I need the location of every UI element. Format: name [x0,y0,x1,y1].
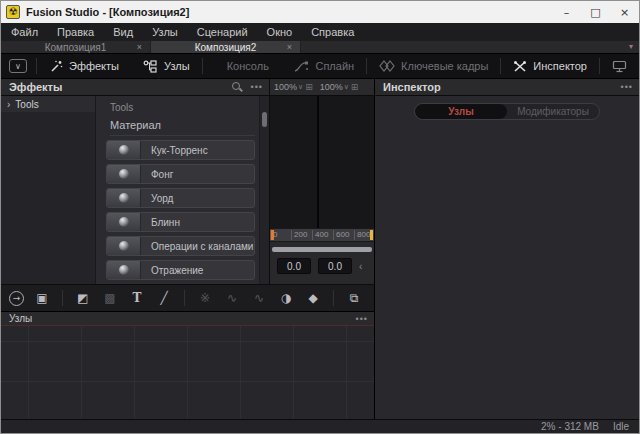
render-range-end-marker[interactable] [370,230,373,240]
effect-item-label: Операции с каналами [141,241,253,252]
minimize-button[interactable]: – [552,1,581,23]
composition-tab[interactable]: Композиция1 × [1,41,151,53]
effect-item-label: Отражение [141,265,203,276]
scrollbar-thumb[interactable] [262,112,267,127]
console-button-label: Консоль [227,60,269,72]
ruler-tick-label: 400 [312,230,333,240]
saver-icon[interactable]: ▣ [33,289,51,307]
spline-button-label: Сплайн [315,60,354,72]
timeline-scrollbar[interactable] [272,247,372,252]
effects-list: Tools Материал Кук-Торренс [96,96,259,284]
tab-overflow-icon[interactable]: ▾ [629,42,633,51]
effect-list-item[interactable]: Уорд [106,188,255,208]
magic-wand-icon [49,59,63,73]
effect-list-item[interactable]: Фонг [106,164,255,184]
effect-list-item[interactable]: Операции с каналами [106,236,255,256]
brightness-contrast-icon[interactable]: ◑ [277,289,295,307]
monitor-icon [612,60,627,73]
viewer1-zoom-value: 100% [274,82,297,92]
blur-icon[interactable]: ◆ [304,289,322,307]
viewer1-frame-icon[interactable]: ⊞ [305,82,313,92]
effects-panel-menu-icon[interactable]: ••• [251,82,263,92]
color-curves-icon[interactable]: ∿ [223,289,241,307]
memory-usage-label: 2% - 312 MB [541,421,599,432]
separator[interactable] [184,290,185,306]
menu-item[interactable]: Файл [11,26,38,38]
title-bar: ☢ Fusion Studio - [Композиция2] – □ × [1,1,639,23]
effects-button[interactable]: Эффекты [37,54,131,78]
inspector-panel-menu-icon[interactable]: ••• [621,82,633,92]
particles-icon[interactable]: ※ [196,289,214,307]
range-start-field[interactable]: 0.0 [277,258,311,274]
hue-curves-icon[interactable]: ∿ [250,289,268,307]
tree-item-tools[interactable]: › Tools [1,96,95,112]
menu-item[interactable]: Правка [57,26,94,38]
effects-panel-title: Эффекты [9,81,62,93]
keyframes-icon [379,60,395,72]
effects-scrollbar[interactable] [259,96,269,284]
console-button[interactable]: Консоль [203,54,281,78]
effects-button-label: Эффекты [69,60,119,72]
paint-icon[interactable]: ╱ [155,289,173,307]
composition-tab-label: Композиция2 [195,42,257,53]
tab-close-icon[interactable]: × [137,42,142,52]
menu-item[interactable]: Сценарий [197,26,248,38]
render-range-start-marker[interactable] [271,230,274,240]
keyframes-button-label: Ключевые кадры [401,60,488,72]
inspector-button[interactable]: Инспектор [501,54,599,78]
viewer-pane-left[interactable] [270,96,317,228]
node-graph-canvas[interactable] [1,326,374,419]
menu-item[interactable]: Окно [267,26,293,38]
tab-close-icon[interactable]: × [287,42,292,52]
spline-button[interactable]: Сплайн [282,54,366,78]
effect-list-item[interactable]: Отражение [106,260,255,280]
collapse-left-icon[interactable]: ‹ [359,261,362,272]
effect-item-label: Кук-Торренс [141,145,208,156]
ruler-tick-label: 600 [333,230,354,240]
inspector-tab[interactable]: Узлы [415,104,507,119]
effect-item-label: Уорд [141,193,173,204]
range-end-field[interactable]: 0.0 [318,258,352,274]
fetch-media-icon[interactable]: → [9,291,24,306]
fusion-studio-window: ☢ Fusion Studio - [Композиция2] – □ × Фа… [0,0,640,434]
maximize-button[interactable]: □ [581,1,610,23]
merge-icon[interactable]: ⧉ [345,289,363,307]
search-icon[interactable] [231,81,243,93]
ui-layout-toggle-button[interactable]: ∨ [9,59,27,73]
viewer-pane-right[interactable] [319,96,374,228]
effect-item-label: Блинн [141,217,180,228]
ruler-tick-label: 200 [291,230,312,240]
viewer2-frame-icon[interactable]: ⊞ [351,82,359,92]
fast-noise-icon[interactable]: ▩ [101,289,119,307]
effect-list-item[interactable]: Кук-Торренс [106,140,255,160]
inspector-tabs: Узлы Модификаторы [414,103,600,120]
fusion-logo-icon: ☢ [6,5,20,19]
nodes-panel-menu-icon[interactable]: ••• [356,314,368,324]
effects-panel: Эффекты ••• › Tools Tools [1,79,269,284]
viewer-area: 100% ∨ ⊞ 100% ∨ ⊞ [269,79,374,284]
close-button[interactable]: × [610,1,639,23]
material-sphere-icon [107,189,141,207]
nodes-icon [143,60,158,73]
tree-item-label: Tools [15,99,38,110]
composition-tab[interactable]: Композиция2 × [151,41,301,53]
viewer1-zoom-dropdown[interactable]: 100% ∨ [270,82,305,92]
display-view-button[interactable] [600,54,639,78]
inspector-icon [513,60,527,73]
separator[interactable] [333,290,334,306]
effects-tree: › Tools [1,96,96,284]
menu-item[interactable]: Справка [311,26,354,38]
keyframes-button[interactable]: Ключевые кадры [367,54,500,78]
menu-item[interactable]: Узлы [152,26,178,38]
nodes-button[interactable]: Узлы [131,54,202,78]
inspector-tab[interactable]: Модификаторы [507,104,599,119]
viewer2-zoom-value: 100% [320,82,343,92]
separator[interactable] [62,290,63,306]
viewer2-zoom-dropdown[interactable]: 100% ∨ [316,82,351,92]
text-icon[interactable]: T [128,289,146,307]
menu-item[interactable]: Вид [113,26,133,38]
node-creation-toolbar: → ▣ ◩ ▩ T ╱ ※ ∿ [1,284,374,311]
effect-list-item[interactable]: Блинн [106,212,255,232]
background-icon[interactable]: ◩ [74,289,92,307]
time-ruler[interactable]: 0200400600800 [270,228,374,242]
